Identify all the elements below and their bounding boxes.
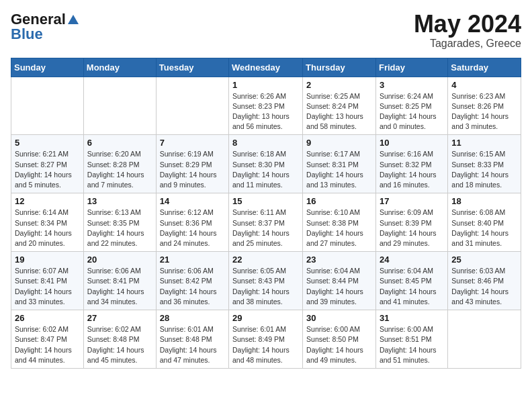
calendar-cell: 18Sunrise: 6:08 AMSunset: 8:40 PMDayligh… — [448, 193, 521, 252]
calendar-cell: 11Sunrise: 6:15 AMSunset: 8:33 PMDayligh… — [448, 135, 521, 193]
day-number: 31 — [380, 313, 444, 323]
day-info: Sunrise: 6:20 AMSunset: 8:28 PMDaylight:… — [87, 149, 152, 190]
day-info: Sunrise: 6:03 AMSunset: 8:46 PMDaylight:… — [451, 266, 517, 307]
day-info: Sunrise: 6:18 AMSunset: 8:30 PMDaylight:… — [232, 149, 299, 190]
day-info: Sunrise: 6:04 AMSunset: 8:44 PMDaylight:… — [306, 266, 372, 307]
day-info: Sunrise: 6:12 AMSunset: 8:36 PMDaylight:… — [160, 208, 225, 248]
calendar-week-row: 5Sunrise: 6:21 AMSunset: 8:27 PMDaylight… — [11, 135, 521, 193]
logo: General Blue — [11, 11, 79, 43]
calendar-cell: 1Sunrise: 6:26 AMSunset: 8:23 PMDaylight… — [229, 77, 303, 135]
day-info: Sunrise: 6:08 AMSunset: 8:40 PMDaylight:… — [451, 208, 517, 248]
calendar-cell: 3Sunrise: 6:24 AMSunset: 8:25 PMDaylight… — [375, 77, 447, 135]
day-number: 26 — [15, 313, 80, 323]
day-info: Sunrise: 6:13 AMSunset: 8:35 PMDaylight:… — [87, 208, 152, 248]
day-info: Sunrise: 6:00 AMSunset: 8:50 PMDaylight:… — [306, 324, 372, 365]
header-day-friday: Friday — [375, 58, 447, 77]
day-number: 23 — [306, 255, 372, 265]
calendar-cell: 4Sunrise: 6:23 AMSunset: 8:26 PMDaylight… — [448, 77, 521, 135]
day-number: 24 — [380, 255, 444, 265]
day-info: Sunrise: 6:07 AMSunset: 8:41 PMDaylight:… — [15, 266, 80, 307]
calendar-week-row: 12Sunrise: 6:14 AMSunset: 8:34 PMDayligh… — [11, 193, 521, 252]
calendar-week-row: 26Sunrise: 6:02 AMSunset: 8:47 PMDayligh… — [11, 310, 521, 369]
calendar-week-row: 19Sunrise: 6:07 AMSunset: 8:41 PMDayligh… — [11, 252, 521, 310]
day-number: 16 — [306, 196, 372, 206]
calendar-header-row: SundayMondayTuesdayWednesdayThursdayFrid… — [11, 58, 521, 77]
day-number: 19 — [15, 255, 80, 265]
day-info: Sunrise: 6:06 AMSunset: 8:42 PMDaylight:… — [160, 266, 225, 307]
day-number: 6 — [87, 138, 152, 148]
day-number: 21 — [160, 255, 225, 265]
calendar-cell: 17Sunrise: 6:09 AMSunset: 8:39 PMDayligh… — [375, 193, 447, 252]
day-number: 17 — [380, 196, 444, 206]
day-number: 3 — [380, 80, 444, 90]
day-info: Sunrise: 6:01 AMSunset: 8:49 PMDaylight:… — [232, 324, 299, 365]
calendar-cell: 23Sunrise: 6:04 AMSunset: 8:44 PMDayligh… — [303, 252, 376, 310]
location-subtitle: Tagarades, Greece — [414, 38, 521, 50]
day-number: 29 — [232, 313, 299, 323]
calendar-cell: 27Sunrise: 6:02 AMSunset: 8:48 PMDayligh… — [83, 310, 156, 369]
calendar-cell: 12Sunrise: 6:14 AMSunset: 8:34 PMDayligh… — [11, 193, 84, 252]
calendar-cell: 20Sunrise: 6:06 AMSunset: 8:41 PMDayligh… — [83, 252, 156, 310]
calendar-cell: 7Sunrise: 6:19 AMSunset: 8:29 PMDaylight… — [156, 135, 228, 193]
calendar-cell — [156, 77, 228, 135]
page-title: May 2024 — [414, 11, 521, 38]
day-number: 2 — [306, 80, 372, 90]
calendar-cell: 9Sunrise: 6:17 AMSunset: 8:31 PMDaylight… — [303, 135, 376, 193]
day-info: Sunrise: 6:09 AMSunset: 8:39 PMDaylight:… — [380, 208, 444, 248]
calendar-cell: 24Sunrise: 6:04 AMSunset: 8:45 PMDayligh… — [375, 252, 447, 310]
calendar-cell: 22Sunrise: 6:05 AMSunset: 8:43 PMDayligh… — [229, 252, 303, 310]
calendar-cell: 26Sunrise: 6:02 AMSunset: 8:47 PMDayligh… — [11, 310, 84, 369]
calendar-cell — [83, 77, 156, 135]
calendar-cell — [11, 77, 84, 135]
calendar-cell: 14Sunrise: 6:12 AMSunset: 8:36 PMDayligh… — [156, 193, 228, 252]
day-number: 30 — [306, 313, 372, 323]
day-info: Sunrise: 6:01 AMSunset: 8:48 PMDaylight:… — [160, 324, 225, 365]
day-number: 10 — [380, 138, 444, 148]
calendar-cell: 13Sunrise: 6:13 AMSunset: 8:35 PMDayligh… — [83, 193, 156, 252]
header-day-thursday: Thursday — [303, 58, 376, 77]
header-day-saturday: Saturday — [448, 58, 521, 77]
day-info: Sunrise: 6:11 AMSunset: 8:37 PMDaylight:… — [232, 208, 299, 248]
day-number: 28 — [160, 313, 225, 323]
day-number: 5 — [15, 138, 80, 148]
header-day-sunday: Sunday — [11, 58, 84, 77]
header-day-tuesday: Tuesday — [156, 58, 228, 77]
calendar-cell: 21Sunrise: 6:06 AMSunset: 8:42 PMDayligh… — [156, 252, 228, 310]
day-info: Sunrise: 6:02 AMSunset: 8:48 PMDaylight:… — [87, 324, 152, 365]
day-info: Sunrise: 6:19 AMSunset: 8:29 PMDaylight:… — [160, 149, 225, 190]
day-info: Sunrise: 6:23 AMSunset: 8:26 PMDaylight:… — [451, 91, 517, 132]
day-number: 1 — [232, 80, 299, 90]
day-info: Sunrise: 6:02 AMSunset: 8:47 PMDaylight:… — [15, 324, 80, 365]
day-number: 15 — [232, 196, 299, 206]
day-number: 22 — [232, 255, 299, 265]
calendar-cell — [448, 310, 521, 369]
day-info: Sunrise: 6:15 AMSunset: 8:33 PMDaylight:… — [451, 149, 517, 190]
day-info: Sunrise: 6:00 AMSunset: 8:51 PMDaylight:… — [380, 324, 444, 365]
calendar-cell: 28Sunrise: 6:01 AMSunset: 8:48 PMDayligh… — [156, 310, 228, 369]
day-number: 12 — [15, 196, 80, 206]
logo-triangle-icon — [67, 13, 79, 26]
calendar-cell: 30Sunrise: 6:00 AMSunset: 8:50 PMDayligh… — [303, 310, 376, 369]
day-number: 7 — [160, 138, 225, 148]
day-info: Sunrise: 6:24 AMSunset: 8:25 PMDaylight:… — [380, 91, 444, 132]
day-number: 14 — [160, 196, 225, 206]
calendar-cell: 10Sunrise: 6:16 AMSunset: 8:32 PMDayligh… — [375, 135, 447, 193]
day-number: 27 — [87, 313, 152, 323]
svg-marker-0 — [68, 15, 79, 24]
calendar-cell: 25Sunrise: 6:03 AMSunset: 8:46 PMDayligh… — [448, 252, 521, 310]
day-info: Sunrise: 6:06 AMSunset: 8:41 PMDaylight:… — [87, 266, 152, 307]
day-info: Sunrise: 6:10 AMSunset: 8:38 PMDaylight:… — [306, 208, 372, 248]
day-info: Sunrise: 6:16 AMSunset: 8:32 PMDaylight:… — [380, 149, 444, 190]
calendar-table: SundayMondayTuesdayWednesdayThursdayFrid… — [11, 58, 521, 369]
calendar-cell: 16Sunrise: 6:10 AMSunset: 8:38 PMDayligh… — [303, 193, 376, 252]
day-number: 8 — [232, 138, 299, 148]
day-info: Sunrise: 6:21 AMSunset: 8:27 PMDaylight:… — [15, 149, 80, 190]
logo-blue: Blue — [11, 26, 43, 43]
calendar-cell: 6Sunrise: 6:20 AMSunset: 8:28 PMDaylight… — [83, 135, 156, 193]
calendar-week-row: 1Sunrise: 6:26 AMSunset: 8:23 PMDaylight… — [11, 77, 521, 135]
header-day-monday: Monday — [83, 58, 156, 77]
day-info: Sunrise: 6:05 AMSunset: 8:43 PMDaylight:… — [232, 266, 299, 307]
day-number: 11 — [451, 138, 517, 148]
calendar-cell: 8Sunrise: 6:18 AMSunset: 8:30 PMDaylight… — [229, 135, 303, 193]
calendar-cell: 19Sunrise: 6:07 AMSunset: 8:41 PMDayligh… — [11, 252, 84, 310]
